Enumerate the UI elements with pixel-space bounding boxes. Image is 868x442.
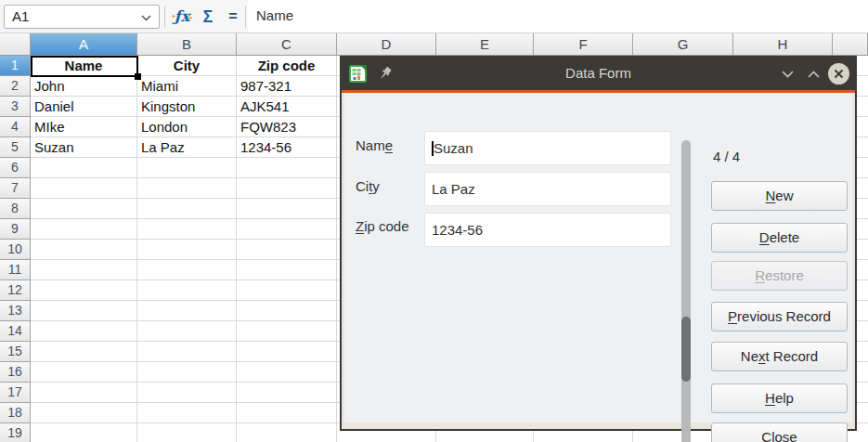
new-button[interactable]: New	[711, 181, 848, 211]
cell-B4[interactable]: London	[137, 117, 236, 137]
row-header-12[interactable]: 12	[0, 280, 31, 301]
formula-input[interactable]: Name	[248, 0, 868, 32]
cell-A2[interactable]: John	[31, 76, 136, 97]
close-button[interactable]: Close	[711, 422, 848, 442]
field-input-city[interactable]: La Paz	[424, 172, 671, 206]
column-header-B[interactable]: B	[137, 33, 237, 56]
row-header-16[interactable]: 16	[0, 362, 31, 383]
row-header-18[interactable]: 18	[0, 403, 31, 423]
row-header-2[interactable]: 2	[0, 76, 31, 97]
equals-icon[interactable]: =	[221, 4, 245, 30]
help-button[interactable]: Help	[711, 384, 848, 413]
previous-record-button[interactable]: Previous Record	[711, 302, 848, 332]
toolbar-separator	[164, 6, 165, 28]
row-header-4[interactable]: 4	[0, 117, 31, 137]
field-input-name[interactable]: Suzan	[424, 131, 671, 165]
column-header-D[interactable]: D	[337, 33, 436, 56]
column-header-partial[interactable]	[833, 33, 868, 56]
cell-B1[interactable]: City	[137, 56, 236, 76]
field-label-name: Name	[356, 137, 393, 153]
row-header-15[interactable]: 15	[0, 342, 31, 362]
column-headers: ABCDEFGH	[0, 33, 868, 56]
row-header-7[interactable]: 7	[0, 178, 31, 199]
field-label-city: City	[356, 178, 380, 194]
dialog-titlebar[interactable]: Data Form	[342, 58, 855, 90]
field-label-zip-code: Zip code	[356, 218, 409, 234]
cell-C5[interactable]: 1234-56	[237, 137, 336, 158]
cell-C2[interactable]: 987-321	[237, 76, 336, 97]
row-header-10[interactable]: 10	[0, 240, 31, 260]
cell-C4[interactable]: FQW823	[237, 117, 336, 137]
column-header-A[interactable]: A	[31, 33, 137, 56]
cell-A5[interactable]: Suzan	[31, 137, 136, 158]
select-all-corner[interactable]	[0, 33, 31, 56]
record-counter: 4 / 4	[713, 149, 740, 164]
cell-B3[interactable]: Kingston	[137, 97, 236, 117]
cell-C3[interactable]: AJK541	[237, 97, 336, 117]
dialog-scrollbar-thumb[interactable]	[681, 317, 691, 382]
data-form-dialog: Data Form 4 / 4 NameSuzanCityLa PazZip c…	[340, 56, 857, 431]
row-header-14[interactable]: 14	[0, 321, 31, 342]
restore-button[interactable]: Restore	[711, 261, 848, 291]
row-header-11[interactable]: 11	[0, 260, 31, 280]
close-icon[interactable]	[828, 63, 849, 84]
dialog-body: 4 / 4 NameSuzanCityLa PazZip code1234-56…	[344, 93, 852, 422]
toolbar-separator	[245, 6, 246, 28]
column-header-G[interactable]: G	[633, 33, 733, 56]
app-window: A1 ✦ ✦ ƒx Σ = Name ABCDEFGH 123456789101…	[0, 0, 868, 442]
row-header-6[interactable]: 6	[0, 158, 31, 178]
fill-handle[interactable]	[135, 73, 141, 80]
chevron-down-icon[interactable]	[141, 15, 151, 21]
delete-button[interactable]: Delete	[711, 223, 848, 253]
next-record-button[interactable]: Next Record	[711, 342, 848, 371]
cell-A3[interactable]: Daniel	[31, 97, 136, 117]
column-header-C[interactable]: C	[237, 33, 337, 56]
row-header-3[interactable]: 3	[0, 97, 31, 117]
cell-C1[interactable]: Zip code	[237, 56, 336, 76]
row-header-17[interactable]: 17	[0, 383, 31, 403]
cell-A1[interactable]: Name	[31, 56, 136, 76]
shade-chevron-down-icon[interactable]	[776, 58, 798, 90]
column-header-F[interactable]: F	[534, 33, 633, 56]
cell-B2[interactable]: Miami	[137, 76, 236, 97]
cell-B5[interactable]: La Paz	[137, 137, 236, 158]
shade-chevron-up-icon[interactable]	[802, 58, 824, 90]
row-header-19[interactable]: 19	[0, 423, 31, 442]
dialog-scrollbar[interactable]	[681, 140, 691, 442]
row-header-9[interactable]: 9	[0, 219, 31, 240]
row-header-13[interactable]: 13	[0, 301, 31, 321]
column-header-H[interactable]: H	[733, 33, 833, 56]
name-box-value: A1	[12, 8, 29, 24]
field-input-zip-code[interactable]: 1234-56	[424, 213, 671, 247]
function-wizard-icon[interactable]: ✦ ✦ ƒx	[170, 4, 194, 30]
row-headers: 12345678910111213141516171819	[0, 56, 31, 442]
row-header-8[interactable]: 8	[0, 199, 31, 219]
row-header-1[interactable]: 1	[0, 56, 31, 76]
cell-A4[interactable]: MIke	[31, 117, 136, 137]
sum-icon[interactable]: Σ	[196, 4, 220, 30]
formula-content: Name	[256, 7, 293, 23]
column-header-E[interactable]: E	[436, 33, 534, 56]
row-header-5[interactable]: 5	[0, 137, 31, 158]
gridline-vertical	[336, 56, 337, 442]
formula-toolbar: A1 ✦ ✦ ƒx Σ = Name	[0, 0, 868, 33]
name-box[interactable]: A1	[4, 5, 160, 29]
